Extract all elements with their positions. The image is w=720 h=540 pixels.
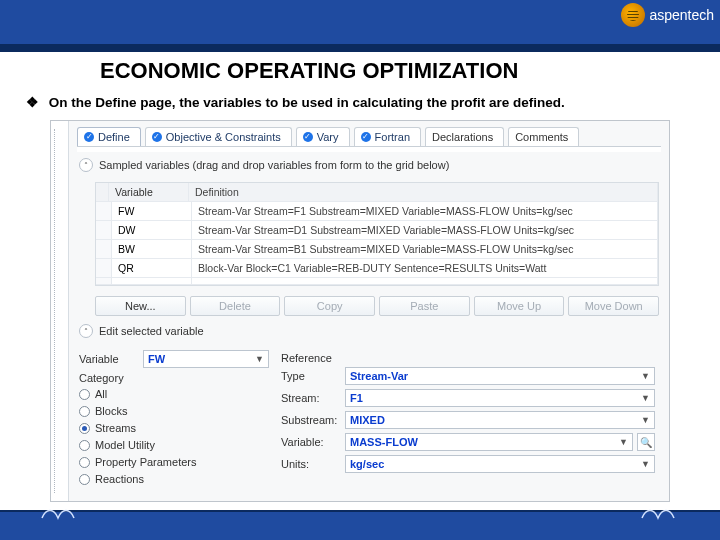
substream-value: MIXED <box>350 414 385 426</box>
row-handle[interactable] <box>96 221 112 240</box>
field-name: Substream: <box>281 414 341 426</box>
brand-icon <box>621 3 645 27</box>
sampled-section: ˄ Sampled variables (drag and drop varia… <box>69 152 669 178</box>
tab-label: Fortran <box>375 131 410 143</box>
slide-title: ECONOMIC OPERATING OPTIMIZATION <box>100 58 518 84</box>
edit-right-panel: Reference Type Stream-Var ▼ Stream: F1 ▼ <box>281 350 655 485</box>
check-icon: ✓ <box>152 132 162 142</box>
tab-label: Objective & Constraints <box>166 131 281 143</box>
type-value: Stream-Var <box>350 370 408 382</box>
edit-split: Variable FW ▼ Category All Blocks <box>69 344 669 491</box>
row-handle[interactable] <box>96 202 112 221</box>
tab-declarations[interactable]: Declarations <box>425 127 504 146</box>
table-row[interactable]: BW Stream-Var Stream=B1 Substream=MIXED … <box>96 240 658 259</box>
radio-icon <box>79 474 90 485</box>
units-value: kg/sec <box>350 458 384 470</box>
tree-gutter[interactable] <box>51 121 69 501</box>
radio-blocks[interactable]: Blocks <box>79 405 269 417</box>
variable-grid[interactable]: Variable Definition FW Stream-Var Stream… <box>95 182 659 286</box>
radio-icon <box>79 389 90 400</box>
row-handle[interactable] <box>96 240 112 259</box>
table-row[interactable]: FW Stream-Var Stream=F1 Substream=MIXED … <box>96 202 658 221</box>
tab-fortran[interactable]: ✓ Fortran <box>354 127 421 146</box>
subtitle-text: On the Define page, the variables to be … <box>49 95 565 110</box>
radio-icon <box>79 406 90 417</box>
edit-section-title: Edit selected variable <box>99 325 204 337</box>
lookup-button[interactable]: 🔍 <box>637 433 655 451</box>
check-icon: ✓ <box>84 132 94 142</box>
tab-label: Define <box>98 131 130 143</box>
cell-var[interactable] <box>112 278 192 285</box>
ornament-icon <box>40 506 80 524</box>
category-label: Category <box>79 372 269 384</box>
radio-reactions[interactable]: Reactions <box>79 473 269 485</box>
field-name: Variable: <box>281 436 341 448</box>
radio-label: Reactions <box>95 473 144 485</box>
tab-label: Declarations <box>432 131 493 143</box>
table-row[interactable]: DW Stream-Var Stream=D1 Substream=MIXED … <box>96 221 658 240</box>
table-row-empty[interactable] <box>96 278 658 285</box>
stream-value: F1 <box>350 392 363 404</box>
table-row[interactable]: QR Block-Var Block=C1 Variable=REB-DUTY … <box>96 259 658 278</box>
collapse-icon[interactable]: ˄ <box>79 324 93 338</box>
radio-label: All <box>95 388 107 400</box>
cell-def[interactable]: Stream-Var Stream=B1 Substream=MIXED Var… <box>192 240 658 259</box>
col-variable: Variable <box>109 183 189 202</box>
radio-label: Streams <box>95 422 136 434</box>
cell-def[interactable]: Stream-Var Stream=D1 Substream=MIXED Var… <box>192 221 658 240</box>
grid-button-bar: New... Delete Copy Paste Move Up Move Do… <box>69 292 669 318</box>
cell-var[interactable]: QR <box>112 259 192 278</box>
tab-comments[interactable]: Comments <box>508 127 579 146</box>
row-handle[interactable] <box>96 278 112 285</box>
tab-define[interactable]: ✓ Define <box>77 127 141 146</box>
units-dropdown[interactable]: kg/sec ▼ <box>345 455 655 473</box>
slide-header: aspentech <box>0 0 720 52</box>
new-button[interactable]: New... <box>95 296 186 316</box>
radio-streams[interactable]: Streams <box>79 422 269 434</box>
ornament-icon <box>640 506 680 524</box>
cell-def[interactable] <box>192 278 658 285</box>
substream-dropdown[interactable]: MIXED ▼ <box>345 411 655 429</box>
field-name: Type <box>281 370 341 382</box>
chevron-down-icon: ▼ <box>255 354 264 364</box>
radio-label: Property Parameters <box>95 456 196 468</box>
grid-header: Variable Definition <box>96 183 658 202</box>
cell-var[interactable]: DW <box>112 221 192 240</box>
col-definition: Definition <box>189 183 658 202</box>
check-icon: ✓ <box>303 132 313 142</box>
copy-button[interactable]: Copy <box>284 296 375 316</box>
tab-bar: ✓ Define ✓ Objective & Constraints ✓ Var… <box>69 121 669 146</box>
tab-objective-constraints[interactable]: ✓ Objective & Constraints <box>145 127 292 146</box>
tab-vary[interactable]: ✓ Vary <box>296 127 350 146</box>
row-handle[interactable] <box>96 259 112 278</box>
radio-model-utility[interactable]: Model Utility <box>79 439 269 451</box>
stream-dropdown[interactable]: F1 ▼ <box>345 389 655 407</box>
app-window: ✓ Define ✓ Objective & Constraints ✓ Var… <box>50 120 670 502</box>
row-handle-head <box>96 183 109 202</box>
cell-var[interactable]: FW <box>112 202 192 221</box>
slide-subtitle: ❖ On the Define page, the variables to b… <box>0 94 720 110</box>
brand-logo: aspentech <box>621 3 714 27</box>
variable-value: FW <box>148 353 165 365</box>
main-panel: ✓ Define ✓ Objective & Constraints ✓ Var… <box>69 121 669 501</box>
variable-ref-value: MASS-FLOW <box>350 436 418 448</box>
radio-property-parameters[interactable]: Property Parameters <box>79 456 269 468</box>
cell-def[interactable]: Block-Var Block=C1 Variable=REB-DUTY Sen… <box>192 259 658 278</box>
chevron-down-icon: ▼ <box>641 393 650 403</box>
variable-dropdown[interactable]: FW ▼ <box>143 350 269 368</box>
radio-all[interactable]: All <box>79 388 269 400</box>
category-radio-group: All Blocks Streams Model Utility <box>79 388 269 485</box>
radio-icon <box>79 457 90 468</box>
cell-var[interactable]: BW <box>112 240 192 259</box>
cell-def[interactable]: Stream-Var Stream=F1 Substream=MIXED Var… <box>192 202 658 221</box>
paste-button[interactable]: Paste <box>379 296 470 316</box>
move-down-button[interactable]: Move Down <box>568 296 659 316</box>
chevron-down-icon: ▼ <box>641 415 650 425</box>
chevron-down-icon: ▼ <box>619 437 628 447</box>
variable-ref-dropdown[interactable]: MASS-FLOW ▼ <box>345 433 633 451</box>
move-up-button[interactable]: Move Up <box>474 296 565 316</box>
tab-label: Vary <box>317 131 339 143</box>
collapse-icon[interactable]: ˄ <box>79 158 93 172</box>
type-dropdown[interactable]: Stream-Var ▼ <box>345 367 655 385</box>
delete-button[interactable]: Delete <box>190 296 281 316</box>
